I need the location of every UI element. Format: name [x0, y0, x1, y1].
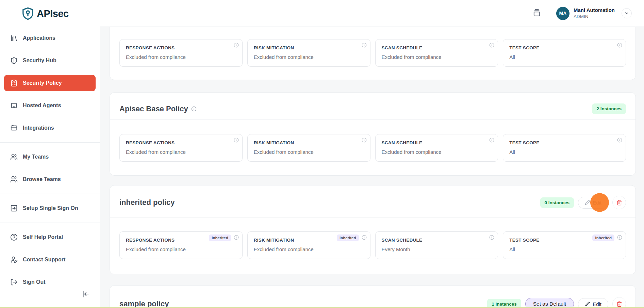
sidebar-item-label: Self Help Portal — [23, 234, 63, 240]
sidebar-item-label: My Teams — [23, 154, 49, 160]
apisec-logo[interactable]: APIsec — [0, 0, 100, 20]
card-title: SCAN SCHEDULE — [382, 140, 492, 145]
info-icon[interactable] — [362, 235, 367, 240]
inherited-badge: Inherited — [337, 234, 359, 241]
user-name: Mani Automation — [574, 7, 615, 14]
card-title: SCAN SCHEDULE — [382, 238, 492, 243]
sidebar-item-self-help[interactable]: Self Help Portal — [4, 229, 96, 245]
user-role: ADMIN — [574, 14, 615, 20]
sidebar-item-my-teams[interactable]: My Teams — [4, 149, 96, 165]
policy-card-risk-mitigation: RISK MITIGATION Excluded from compliance — [247, 134, 370, 162]
monitor-icon — [10, 102, 18, 109]
card-value: Excluded from compliance — [126, 246, 236, 252]
sidebar-item-label: Setup Single Sign On — [23, 205, 78, 211]
sidebar-item-sign-out[interactable]: Sign Out — [4, 274, 96, 290]
sidebar-item-integrations[interactable]: Integrations — [4, 120, 96, 136]
instances-badge: 2 Instances — [592, 103, 626, 114]
policy-card-scan-schedule: SCAN SCHEDULE Excluded from compliance — [375, 134, 498, 162]
user-menu[interactable]: MA Mani Automation ADMIN — [556, 7, 632, 20]
inherited-badge: Inherited — [209, 234, 231, 241]
policy-card-response-actions: RESPONSE ACTIONS Excluded from complianc… — [119, 39, 243, 67]
set-as-default-button[interactable]: Set as Default — [525, 298, 574, 308]
sidebar-item-label: Sign Out — [23, 279, 46, 285]
policy-card-risk-mitigation: RISK MITIGATION Excluded from compliance — [247, 39, 370, 67]
card-value: All — [509, 54, 620, 60]
trash-icon — [616, 301, 622, 307]
sidebar-item-contact-support[interactable]: Contact Support — [4, 252, 96, 268]
card-value: Excluded from compliance — [254, 54, 364, 60]
shield-icon — [10, 57, 18, 64]
info-icon[interactable] — [191, 106, 197, 112]
instances-badge: 1 Instances — [487, 299, 521, 308]
policy-card-scan-schedule: SCAN SCHEDULE Every Month — [375, 231, 498, 259]
users-icon — [10, 153, 18, 161]
edit-button[interactable]: Edit — [578, 298, 608, 308]
sidebar-item-security-hub[interactable]: Security Hub — [4, 52, 96, 69]
card-title: TEST SCOPE — [509, 45, 620, 50]
sidebar-divider — [0, 142, 100, 143]
card-value: Excluded from compliance — [126, 54, 236, 60]
card-value: Excluded from compliance — [382, 54, 492, 60]
card-value: Excluded from compliance — [126, 149, 236, 155]
sidebar-item-hosted-agents[interactable]: Hosted Agents — [4, 97, 96, 114]
info-icon[interactable] — [617, 43, 622, 48]
archive-icon[interactable] — [532, 8, 542, 18]
chevron-down-icon[interactable] — [622, 8, 632, 18]
sidebar-item-label: Browse Teams — [23, 176, 61, 182]
sidebar-nav: Applications Security Hub Security Polic… — [0, 30, 100, 290]
sidebar: APIsec Applications Security Hub Securit… — [0, 0, 100, 308]
user-info: Mani Automation ADMIN — [574, 7, 615, 19]
info-icon[interactable] — [489, 235, 494, 240]
sidebar-item-label: Security Policy — [23, 80, 62, 86]
info-icon[interactable] — [617, 137, 622, 143]
pencil-icon — [585, 200, 590, 205]
info-icon[interactable] — [234, 43, 239, 48]
help-icon — [10, 233, 18, 241]
trash-icon — [616, 200, 622, 206]
instances-badge: 0 Instances — [540, 197, 574, 208]
library-icon — [10, 34, 18, 42]
delete-button[interactable] — [612, 196, 626, 209]
edit-button[interactable]: Edit — [578, 197, 608, 209]
policy-section-inherited: inherited policy 0 Instances Edit RE — [110, 185, 636, 274]
card-value: Excluded from compliance — [382, 149, 492, 155]
sidebar-item-label: Applications — [23, 35, 55, 41]
info-icon[interactable] — [362, 137, 367, 143]
info-icon[interactable] — [489, 137, 494, 143]
card-title: RISK MITIGATION — [254, 140, 364, 145]
avatar[interactable]: MA — [556, 7, 569, 20]
sidebar-divider — [0, 194, 100, 194]
delete-button[interactable] — [612, 297, 626, 308]
card-title: SCAN SCHEDULE — [382, 45, 492, 50]
info-icon[interactable] — [234, 235, 239, 240]
card-value: Excluded from compliance — [254, 149, 364, 155]
users-icon — [10, 176, 18, 183]
sign-out-icon — [10, 278, 18, 286]
info-icon[interactable] — [362, 43, 367, 48]
user-pen-icon — [10, 256, 18, 263]
card-value: All — [509, 149, 620, 155]
policy-card-response-actions: RESPONSE ACTIONS Excluded from complianc… — [119, 134, 243, 162]
main-content: RESPONSE ACTIONS Excluded from complianc… — [100, 27, 644, 308]
sidebar-item-applications[interactable]: Applications — [4, 30, 96, 46]
info-icon[interactable] — [234, 137, 239, 143]
header-divider — [550, 6, 550, 20]
collapse-sidebar-icon[interactable] — [81, 290, 90, 298]
policy-title: Apisec Base Policy — [119, 104, 188, 113]
sidebar-item-browse-teams[interactable]: Browse Teams — [4, 171, 96, 188]
apisec-shield-icon — [21, 7, 35, 20]
info-icon[interactable] — [617, 235, 622, 240]
info-icon[interactable] — [489, 43, 494, 48]
sidebar-item-label: Security Hub — [23, 58, 56, 64]
sidebar-item-security-policy[interactable]: Security Policy — [4, 75, 96, 91]
window-icon — [10, 124, 18, 132]
policy-card-test-scope: TEST SCOPE All — [503, 39, 626, 67]
policy-card-test-scope: TEST SCOPE All — [503, 134, 626, 162]
card-value: Every Month — [382, 246, 492, 252]
policy-card-response-actions: RESPONSE ACTIONS Excluded from complianc… — [119, 231, 243, 259]
sidebar-item-setup-sso[interactable]: Setup Single Sign On — [4, 200, 96, 216]
sso-icon — [10, 205, 18, 212]
policy-title: inherited policy — [119, 198, 175, 207]
policy-section-partial: RESPONSE ACTIONS Excluded from complianc… — [110, 27, 636, 80]
card-value: Excluded from compliance — [254, 246, 364, 252]
